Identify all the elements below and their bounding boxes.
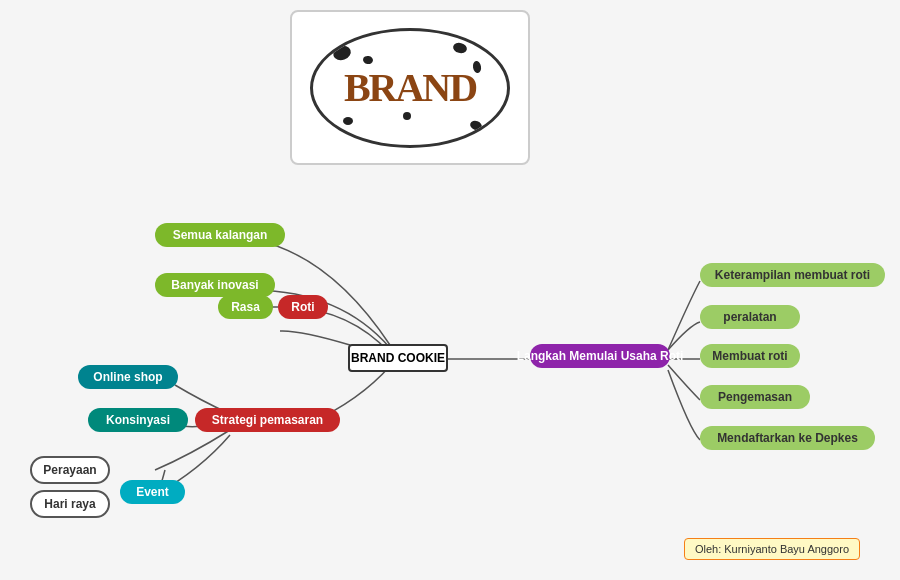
perayaan-node: Perayaan [30, 456, 110, 484]
konsinyasi-node: Konsinyasi [88, 408, 188, 432]
hari-raya-node: Hari raya [30, 490, 110, 518]
strategi-node: Strategi pemasaran [195, 408, 340, 432]
pengemasan-node: Pengemasan [700, 385, 810, 409]
rasa-node: Rasa [218, 295, 273, 319]
roti-node: Roti [278, 295, 328, 319]
peralatan-node: peralatan [700, 305, 800, 329]
event-node: Event [120, 480, 185, 504]
langkah-node: Langkah Memulai Usaha Roti [530, 344, 670, 368]
banyak-node: Banyak inovasi [155, 273, 275, 297]
membuat-roti-node: Membuat roti [700, 344, 800, 368]
mind-map: BRAND BRAND COOKIE Langkah Me [0, 0, 900, 580]
online-node: Online shop [78, 365, 178, 389]
semua-node: Semua kalangan [155, 223, 285, 247]
keterampilan-node: Keterampilan membuat roti [700, 263, 885, 287]
mendaftarkan-node: Mendaftarkan ke Depkes [700, 426, 875, 450]
logo-oval: BRAND [310, 28, 510, 148]
center-node: BRAND COOKIE [348, 344, 448, 372]
brand-logo-text: BRAND [344, 64, 476, 111]
logo-box: BRAND [290, 10, 530, 165]
attribution: Oleh: Kurniyanto Bayu Anggoro [684, 538, 860, 560]
